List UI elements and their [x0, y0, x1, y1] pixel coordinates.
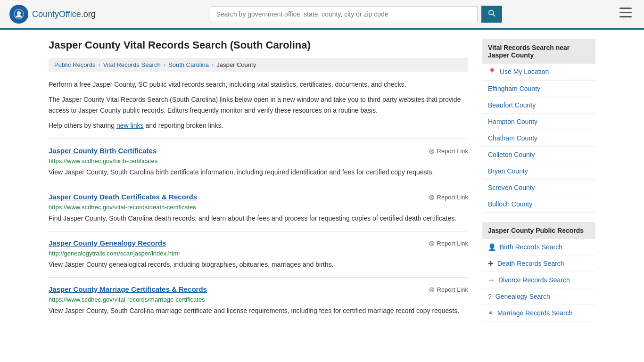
public-record-link-1[interactable]: ✚ Death Records Search [482, 255, 595, 272]
public-record-label-2: Divorce Records Search [498, 276, 570, 284]
record-title-2[interactable]: Jasper County Genealogy Records [49, 239, 166, 247]
public-record-icon-0: 👤 [488, 243, 496, 251]
main-content: Jasper County Vital Records Search (Sout… [49, 39, 468, 331]
public-record-item-3[interactable]: ? Genealogy Search [482, 288, 595, 305]
search-button[interactable] [481, 6, 502, 23]
breadcrumb-jasper-county: Jasper County [216, 61, 256, 68]
record-title-0[interactable]: Jasper County Birth Certificates [49, 147, 157, 155]
public-record-link-3[interactable]: ? Genealogy Search [482, 288, 595, 304]
report-link-button-3[interactable]: ⊗ Report Link [429, 285, 468, 294]
description-3-pre: Help others by sharing [49, 122, 116, 129]
record-desc-3: View Jasper County, South Carolina marri… [49, 306, 468, 316]
svg-line-3 [493, 14, 495, 16]
description-3: Help others by sharing new links and rep… [49, 120, 468, 131]
record-header: Jasper County Birth Certificates ⊗ Repor… [49, 147, 468, 156]
nearby-counties-list: 📍 Use My Location Effingham CountyBeaufo… [482, 64, 595, 213]
breadcrumb-public-records[interactable]: Public Records [54, 61, 95, 68]
public-record-item-2[interactable]: ↔ Divorce Records Search [482, 272, 595, 288]
nearby-county-item-7[interactable]: Bulloch County [482, 196, 595, 213]
public-records-list: 👤 Birth Records Search ✚ Death Records S… [482, 239, 595, 321]
sidebar: Vital Records Search near Jasper County … [482, 39, 595, 331]
logo-icon [9, 5, 28, 24]
record-desc-2: View Jasper County genealogical records,… [49, 260, 468, 270]
breadcrumb: Public Records › Vital Records Search › … [49, 58, 468, 72]
nearby-county-item-5[interactable]: Bryan County [482, 163, 595, 180]
site-header: CountyOffice.org [0, 0, 644, 30]
record-title-3[interactable]: Jasper County Marriage Certificates & Re… [49, 285, 207, 293]
public-record-item-1[interactable]: ✚ Death Records Search [482, 255, 595, 272]
report-icon-3: ⊗ [429, 285, 435, 294]
menu-button[interactable] [617, 5, 635, 24]
records-list: Jasper County Birth Certificates ⊗ Repor… [49, 139, 468, 323]
public-record-label-1: Death Records Search [497, 260, 564, 267]
public-record-link-4[interactable]: ⚭ Marriage Records Search [482, 305, 595, 321]
report-link-label-1: Report Link [437, 194, 468, 201]
record-entry: Jasper County Death Certificates & Recor… [49, 185, 468, 231]
nearby-county-link-7[interactable]: Bulloch County [482, 196, 595, 212]
nearby-county-link-4[interactable]: Colleton County [482, 147, 595, 163]
search-area [210, 6, 502, 23]
record-header: Jasper County Marriage Certificates & Re… [49, 285, 468, 294]
nearby-county-item-2[interactable]: Hampton County [482, 114, 595, 130]
report-icon-2: ⊗ [429, 239, 435, 248]
nearby-section-title: Vital Records Search near Jasper County [482, 39, 595, 64]
report-icon-1: ⊗ [429, 193, 435, 202]
nearby-county-link-0[interactable]: Effingham County [482, 81, 595, 97]
svg-rect-4 [619, 8, 632, 9]
record-title-1[interactable]: Jasper County Death Certificates & Recor… [49, 193, 197, 201]
location-icon: 📍 [488, 68, 496, 75]
report-link-label-2: Report Link [437, 240, 468, 247]
breadcrumb-sep-2: › [164, 61, 165, 68]
public-record-icon-2: ↔ [488, 276, 495, 284]
public-record-label-0: Birth Records Search [500, 243, 562, 251]
description-2: The Jasper County Vital Records Search (… [49, 94, 468, 115]
public-record-item-4[interactable]: ⚭ Marriage Records Search [482, 305, 595, 321]
svg-point-0 [17, 11, 21, 15]
nearby-county-link-2[interactable]: Hampton County [482, 114, 595, 130]
svg-point-2 [489, 10, 493, 15]
nearby-county-link-6[interactable]: Screven County [482, 180, 595, 196]
svg-rect-5 [619, 12, 632, 13]
public-record-link-0[interactable]: 👤 Birth Records Search [482, 239, 595, 255]
nearby-county-item-3[interactable]: Chatham County [482, 130, 595, 147]
nearby-county-item-1[interactable]: Beaufort County [482, 97, 595, 114]
public-records-section-title: Jasper County Public Records [482, 222, 595, 239]
record-url-2: http://genealogytrails.com/scar/jasper/i… [49, 250, 468, 257]
svg-rect-6 [619, 16, 632, 17]
breadcrumb-vital-records[interactable]: Vital Records Search [103, 61, 161, 68]
breadcrumb-sep-3: › [212, 61, 214, 68]
description-1: Perform a free Jasper County, SC public … [49, 79, 468, 90]
report-link-button-2[interactable]: ⊗ Report Link [429, 239, 468, 248]
page-title: Jasper County Vital Records Search (Sout… [49, 39, 468, 51]
public-record-label-4: Marriage Records Search [497, 309, 573, 317]
use-location-label: Use My Location [500, 68, 549, 75]
public-record-icon-4: ⚭ [488, 309, 494, 317]
report-link-label-0: Report Link [437, 148, 468, 155]
record-desc-1: Find Jasper County, South Carolina death… [49, 214, 468, 223]
nearby-county-link-1[interactable]: Beaufort County [482, 97, 595, 113]
public-record-item-0[interactable]: 👤 Birth Records Search [482, 239, 595, 255]
report-link-label-3: Report Link [437, 286, 468, 293]
nearby-county-item-0[interactable]: Effingham County [482, 81, 595, 97]
report-link-button-1[interactable]: ⊗ Report Link [429, 193, 468, 202]
description-3-post: and reporting broken links. [144, 122, 223, 129]
page-wrapper: Jasper County Vital Records Search (Sout… [39, 30, 605, 340]
public-record-link-2[interactable]: ↔ Divorce Records Search [482, 272, 595, 288]
logo-text: CountyOffice.org [32, 9, 96, 19]
new-links-link[interactable]: new links [116, 122, 144, 129]
report-link-button-0[interactable]: ⊗ Report Link [429, 147, 468, 156]
public-record-icon-1: ✚ [488, 260, 494, 267]
record-desc-0: View Jasper County, South Carolina birth… [49, 167, 468, 177]
nearby-county-item-6[interactable]: Screven County [482, 180, 595, 196]
search-input[interactable] [210, 6, 478, 22]
use-location-item[interactable]: 📍 Use My Location [482, 64, 595, 81]
nearby-county-link-3[interactable]: Chatham County [482, 130, 595, 146]
nearby-county-link-5[interactable]: Bryan County [482, 163, 595, 179]
record-entry: Jasper County Genealogy Records ⊗ Report… [49, 231, 468, 277]
breadcrumb-south-carolina[interactable]: South Carolina [168, 61, 209, 68]
nearby-county-item-4[interactable]: Colleton County [482, 147, 595, 163]
record-url-0: https://www.scdhec.gov/birth-certificate… [49, 157, 468, 165]
record-url-1: https://www.scdhec.gov/vital-records/dea… [49, 204, 468, 211]
record-header: Jasper County Death Certificates & Recor… [49, 193, 468, 202]
use-location-link[interactable]: 📍 Use My Location [482, 64, 595, 80]
